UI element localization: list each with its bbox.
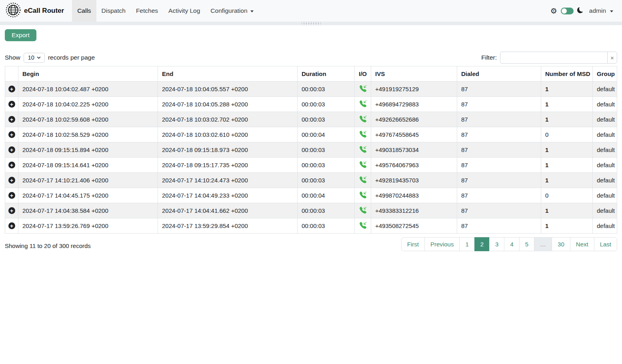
export-button[interactable]: Export [5,29,36,41]
expand-row-button[interactable]: + [8,86,15,92]
ivs-cell: +492626652686 [371,112,457,127]
table-footer: Showing 11 to 20 of 300 records FirstPre… [5,237,617,251]
begin-cell: 2024-07-17 13:59:26.769 +0200 [18,218,158,234]
navbar: eCall Router CallsDispatchFetchesActivit… [0,0,622,22]
incoming-call-icon [360,85,366,92]
duration-cell: 00:00:03 [298,97,355,112]
pagination-page-3[interactable]: 3 [489,237,504,251]
table-row: +2024-07-18 10:02:59.608 +02002024-07-18… [5,112,617,127]
nav-item-configuration[interactable]: Configuration [205,0,258,22]
col-io[interactable]: I/O [355,66,371,82]
nav-item-calls[interactable]: Calls [72,0,96,22]
pagination-page-1[interactable]: 1 [459,237,474,251]
io-cell [355,97,371,112]
resize-handle-icon[interactable] [302,22,321,25]
col-begin[interactable]: Begin [18,66,158,82]
col-end[interactable]: End [158,66,298,82]
begin-cell: 2024-07-18 10:04:02.487 +0200 [18,82,158,97]
duration-cell: 00:00:04 [298,127,355,142]
records-per-page-label: records per page [48,54,95,61]
expand-row-button[interactable]: + [8,116,15,123]
col-duration[interactable]: Duration [298,66,355,82]
incoming-call-icon [360,116,366,122]
begin-cell: 2024-07-17 14:10:21.406 +0200 [18,173,158,188]
gear-icon[interactable]: ⚙ [550,7,557,15]
col-msd[interactable]: Number of MSD [541,66,593,82]
records-summary: Showing 11 to 20 of 300 records [5,237,91,249]
expand-row-button[interactable]: + [8,192,15,199]
incoming-call-icon [360,146,366,153]
io-cell [355,158,371,173]
group-cell: default [593,142,617,158]
pagination-page-30[interactable]: 30 [552,237,570,251]
dialed-cell: 87 [457,203,541,218]
incoming-call-icon [360,222,366,229]
nav-item-label: Activity Log [168,7,200,14]
filter-clear-button[interactable]: × [607,52,617,64]
page-size-select[interactable]: 10 [24,53,45,63]
duration-cell: 00:00:03 [298,158,355,173]
io-cell [355,82,371,97]
msd-cell: 1 [541,112,593,127]
user-menu[interactable]: admin [589,7,613,14]
col-dialed[interactable]: Dialed [457,66,541,82]
dialed-cell: 87 [457,158,541,173]
group-cell: default [593,82,617,97]
expand-row-button[interactable]: + [8,162,15,168]
moon-icon[interactable] [577,7,583,15]
expand-row-button[interactable]: + [8,131,15,138]
nav-item-fetches[interactable]: Fetches [131,0,163,22]
expand-cell: + [5,203,18,218]
nav-item-activity-log[interactable]: Activity Log [163,0,205,22]
pagination-next[interactable]: Next [570,237,594,251]
expand-cell: + [5,158,18,173]
incoming-call-icon [360,176,366,183]
ivs-cell: +490318573034 [371,142,457,158]
dialed-cell: 87 [457,82,541,97]
pagination: FirstPrevious12345…30NextLast [401,237,617,251]
expand-cell: + [5,127,18,142]
begin-cell: 2024-07-18 09:15:15.894 +0200 [18,142,158,158]
begin-cell: 2024-07-18 10:02:59.608 +0200 [18,112,158,127]
end-cell: 2024-07-17 13:59:29.854 +0200 [158,218,298,234]
oecon-globe-logo [6,2,21,19]
group-cell: default [593,158,617,173]
begin-cell: 2024-07-17 14:04:45.175 +0200 [18,188,158,203]
expand-row-button[interactable]: + [8,101,15,108]
expand-cell: + [5,173,18,188]
expand-row-button[interactable]: + [8,207,15,214]
group-cell: default [593,173,617,188]
ivs-cell: +496894729883 [371,97,457,112]
table-row: +2024-07-18 09:15:14.641 +02002024-07-18… [5,158,617,173]
table-row: +2024-07-17 13:59:26.769 +02002024-07-17… [5,218,617,234]
table-row: +2024-07-18 10:04:02.487 +02002024-07-18… [5,82,617,97]
ivs-cell: +493383312216 [371,203,457,218]
dialed-cell: 87 [457,112,541,127]
col-group[interactable]: Group [593,66,617,82]
chevron-down-icon [250,10,254,12]
pagination-page-4[interactable]: 4 [504,237,519,251]
expand-row-button[interactable]: + [8,146,15,153]
table-row: +2024-07-18 10:02:58.529 +02002024-07-18… [5,127,617,142]
expand-row-button[interactable]: + [8,222,15,229]
table-header-row: Begin End Duration I/O IVS Dialed Number… [5,66,617,82]
nav-item-dispatch[interactable]: Dispatch [96,0,131,22]
pagination-last[interactable]: Last [594,237,617,251]
end-cell: 2024-07-18 10:04:05.557 +0200 [158,82,298,97]
theme-toggle[interactable] [561,8,574,14]
group-cell: default [593,218,617,234]
pagination-first[interactable]: First [401,237,425,251]
col-control [5,66,18,82]
table-controls: Show 10 records per page Filter: × [5,52,617,64]
ivs-cell: +497674558645 [371,127,457,142]
pagination-page-5[interactable]: 5 [519,237,534,251]
expand-cell: + [5,112,18,127]
nav-item-label: Configuration [210,7,247,14]
col-ivs[interactable]: IVS [371,66,457,82]
filter-input[interactable] [500,52,607,64]
begin-cell: 2024-07-17 14:04:38.584 +0200 [18,203,158,218]
pagination-page-2[interactable]: 2 [474,237,490,251]
expand-row-button[interactable]: + [8,177,15,184]
show-label: Show [5,54,20,61]
pagination-previous[interactable]: Previous [424,237,460,251]
